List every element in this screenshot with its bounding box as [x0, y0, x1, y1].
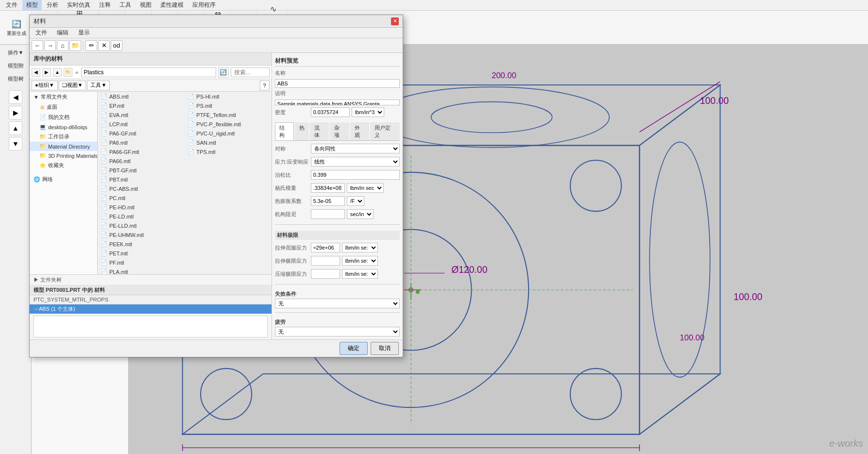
folder-desktop2[interactable]: 💻 desktop-d66oiqs — [30, 122, 97, 132]
youngs-input[interactable] — [311, 183, 345, 193]
file-pshi[interactable]: 📄 PS-HI.mtl — [185, 92, 271, 101]
menu-tools[interactable]: 工具 — [116, 0, 135, 10]
desc-textarea[interactable]: Sample materials data from ANSYS Granta — [275, 100, 400, 105]
file-san[interactable]: 📄 SAN.mtl — [185, 138, 271, 147]
file-pelld[interactable]: 📄 PE-LLD.mtl — [98, 221, 184, 230]
file-pc[interactable]: 📄 PC.mtl — [98, 193, 184, 202]
tensile-ultimate-input[interactable] — [311, 256, 340, 266]
fb-bottom-header[interactable]: ▶ 文件夹树 — [30, 275, 272, 286]
file-pehd[interactable]: 📄 PE-HD.mtl — [98, 202, 184, 212]
thermal-unit-select[interactable]: /F — [347, 196, 364, 206]
file-pa66gf[interactable]: 📄 PA66-GF.mtl — [98, 147, 184, 156]
folder-workdir[interactable]: 📁 工作目录 — [30, 132, 97, 142]
file-ptfe[interactable]: 📄 PTFE_Teflon.mtl — [185, 110, 271, 119]
tab-appearance[interactable]: 外观 — [350, 122, 369, 140]
ribbon-fill-btn[interactable]: ▦ 填充 — [265, 0, 281, 1]
tensile-yield-input[interactable] — [311, 243, 340, 252]
ribbon-regen-btn[interactable]: 🔄 重新生成 — [5, 17, 28, 38]
file-eva[interactable]: 📄 EVA.mtl — [98, 110, 184, 119]
dlg-od-btn[interactable]: od — [111, 40, 122, 51]
path-up-btn[interactable]: ▲ — [53, 68, 62, 77]
name-input[interactable] — [275, 79, 400, 88]
folder-desktop[interactable]: 🖥 桌面 — [30, 102, 97, 112]
file-pcabs[interactable]: 📄 PC-ABS.mtl — [98, 184, 184, 193]
selected-material-item[interactable]: →ABS (1 个主体) — [30, 304, 272, 314]
menu-flexible[interactable]: 柔性建模 — [156, 0, 187, 10]
file-peek[interactable]: 📄 PEEK.mtl — [98, 239, 184, 249]
dlg-back-btn[interactable]: ← — [32, 40, 43, 51]
path-back-btn[interactable]: ◀ — [32, 68, 40, 77]
dlg-delete-btn[interactable]: ✕ — [98, 40, 110, 51]
file-pvcp[interactable]: 📄 PVC-P_flexible.mtl — [185, 119, 271, 129]
sidebar-tab-operations[interactable]: 操作▼ — [1, 47, 30, 59]
dialog-menu-view[interactable]: 显示 — [74, 28, 94, 38]
dialog-close-btn[interactable]: ✕ — [391, 17, 399, 25]
compress-unit-select[interactable]: lbm/in se: — [342, 269, 378, 279]
tab-user[interactable]: 用户定义 — [370, 122, 400, 140]
sidebar-nav-right[interactable]: ▶ — [9, 106, 22, 119]
stress-select[interactable]: 线性 — [311, 157, 400, 167]
dlg-edit-btn[interactable]: ✏ — [85, 40, 97, 51]
thermal-input[interactable] — [311, 196, 345, 206]
dialog-menu-edit[interactable]: 编辑 — [53, 28, 72, 38]
file-pf[interactable]: 📄 PF.mtl — [98, 258, 184, 267]
file-pa66[interactable]: 📄 PA66.mtl — [98, 156, 184, 166]
sidebar-tab-model-attach[interactable]: 模型附 — [1, 60, 30, 72]
file-peld[interactable]: 📄 PE-LD.mtl — [98, 212, 184, 221]
file-pa6gf[interactable]: 📄 PA6-GF.mtl — [98, 129, 184, 138]
help-btn[interactable]: ? — [260, 81, 270, 90]
menu-view[interactable]: 视图 — [136, 0, 155, 10]
file-pet[interactable]: 📄 PET.mtl — [98, 249, 184, 258]
file-pa6[interactable]: 📄 PA6.mtl — [98, 138, 184, 147]
tab-fluid[interactable]: 流体 — [310, 122, 329, 140]
damping-input[interactable] — [311, 209, 345, 219]
cancel-button[interactable]: 取消 — [371, 342, 399, 355]
folder-favorites[interactable]: ⭐ 收藏夹 — [30, 160, 97, 170]
density-unit-select[interactable]: lbm/in^3 — [352, 107, 384, 117]
view-btn[interactable]: ❑视图▼ — [59, 81, 86, 90]
tensile-yield-unit-select[interactable]: lbm/in se: — [342, 243, 378, 252]
tab-structure[interactable]: 结构 — [275, 122, 294, 140]
search-input[interactable] — [231, 67, 270, 77]
density-input[interactable] — [311, 107, 350, 117]
file-lcp[interactable]: 📄 LCP.mtl — [98, 119, 184, 129]
sidebar-nav-up[interactable]: ▲ — [9, 121, 22, 135]
fatigue-select[interactable]: 无 — [275, 327, 400, 336]
file-abs[interactable]: 📄 ABS.mtl — [98, 92, 184, 101]
menu-analysis[interactable]: 分析 — [43, 0, 62, 10]
tab-thermal[interactable]: 热 — [295, 122, 309, 140]
file-pbt[interactable]: 📄 PBT.mtl — [98, 175, 184, 184]
folder-3dprint[interactable]: 📁 3D Printing Materials — [30, 151, 97, 160]
menu-model[interactable]: 模型 — [22, 0, 42, 10]
tools-btn[interactable]: 工具▼ — [87, 81, 110, 90]
file-ps[interactable]: 📄 PS.mtl — [185, 101, 271, 110]
network-item[interactable]: 🌐 网络 — [30, 174, 97, 185]
common-folders-header[interactable]: ▼ 常用文件夹 — [30, 92, 97, 102]
file-peuhmw[interactable]: 📄 PE-UHMW.mtl — [98, 230, 184, 239]
sidebar-nav-left[interactable]: ◀ — [9, 90, 22, 104]
tab-misc[interactable]: 杂项 — [330, 122, 349, 140]
compress-input[interactable] — [311, 269, 340, 279]
folder-matdir[interactable]: 📁 Material Directory — [30, 142, 97, 151]
dlg-forward-btn[interactable]: → — [44, 40, 56, 51]
file-pvcu[interactable]: 📄 PVC-U_rigid.mtl — [185, 129, 271, 138]
organize-btn[interactable]: ●组织▼ — [32, 81, 58, 90]
dlg-home-btn[interactable]: ⌂ — [57, 40, 68, 51]
youngs-unit-select[interactable]: lbm/in sec — [347, 183, 384, 193]
failure-select[interactable]: 无 — [275, 299, 400, 308]
symmetry-select[interactable]: 各向同性 — [311, 144, 400, 153]
ok-button[interactable]: 确定 — [340, 342, 368, 355]
poisson-input[interactable] — [311, 170, 400, 180]
file-pla[interactable]: 📄 PLA.mtl — [98, 267, 184, 274]
file-tps[interactable]: 📄 TPS.mtl — [185, 147, 271, 156]
damping-unit-select[interactable]: sec/in — [347, 209, 374, 219]
menu-file[interactable]: 文件 — [2, 0, 21, 10]
dlg-folder-btn[interactable]: 📁 — [69, 40, 81, 51]
path-forward-btn[interactable]: ▶ — [42, 68, 51, 77]
folder-mydocs[interactable]: 📄 我的文档 — [30, 112, 97, 122]
sidebar-nav-down[interactable]: ▼ — [9, 137, 22, 151]
tensile-ultimate-unit-select[interactable]: lbm/in se: — [342, 256, 378, 266]
dialog-menu-file[interactable]: 文件 — [32, 28, 51, 38]
file-ep[interactable]: 📄 EP.mtl — [98, 101, 184, 110]
file-pbtgf[interactable]: 📄 PBT-GF.mtl — [98, 166, 184, 175]
